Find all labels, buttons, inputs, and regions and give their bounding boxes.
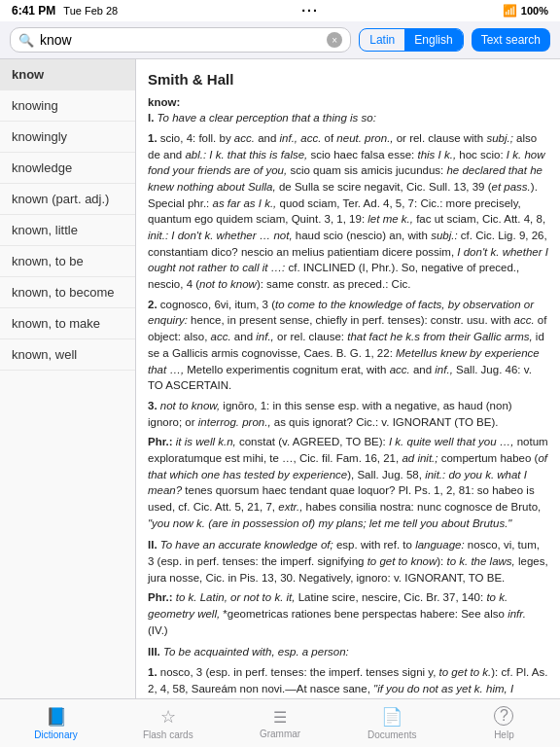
dict-entry-word: know: (148, 96, 180, 108)
tab-bar: 📘 Dictionary ☆ Flash cards ☰ Grammar 📄 D… (0, 698, 560, 747)
search-icon: 🔍 (18, 33, 34, 48)
sidebar-item-know[interactable]: know (0, 59, 135, 90)
tab-dictionary-label: Dictionary (34, 729, 77, 740)
dict-source: Smith & Hall (148, 69, 548, 90)
tab-grammar-label: Grammar (260, 729, 300, 739)
tab-dictionary[interactable]: 📘 Dictionary (0, 699, 112, 747)
tab-help[interactable]: ? Help (448, 699, 560, 747)
search-input[interactable] (40, 32, 321, 48)
section-I-num: I. (148, 112, 154, 124)
dict-entry: know: I. To have a clear perception that… (148, 94, 548, 698)
tab-flashcards[interactable]: ☆ Flash cards (112, 699, 224, 747)
sidebar-item-known-little[interactable]: known, little (0, 215, 135, 246)
tab-flashcards-label: Flash cards (143, 729, 193, 740)
search-clear-button[interactable]: × (327, 32, 342, 48)
tab-grammar[interactable]: ☰ Grammar (224, 699, 335, 747)
clear-icon: × (332, 35, 337, 46)
sidebar-item-known-well[interactable]: known, well (0, 339, 135, 371)
status-center: ··· (301, 3, 319, 18)
language-toggle: Latin English (359, 28, 463, 52)
sidebar-item-known-part-adj[interactable]: known (part. adj.) (0, 184, 135, 215)
search-input-wrapper[interactable]: 🔍 × (10, 27, 351, 53)
dictionary-content[interactable]: Smith & Hall know: I. To have a clear pe… (136, 59, 560, 698)
sidebar-item-knowing[interactable]: knowing (0, 90, 135, 122)
status-day: Tue Feb 28 (63, 5, 118, 17)
documents-icon: 📄 (381, 706, 402, 728)
sidebar-item-known-to-make[interactable]: known, to make (0, 308, 135, 339)
grammar-icon: ☰ (273, 708, 287, 727)
wifi-icon: 📶 (503, 4, 517, 18)
main-content: know knowing knowingly knowledge known (… (0, 59, 560, 698)
english-button[interactable]: English (404, 29, 462, 51)
sidebar-item-knowledge[interactable]: knowledge (0, 153, 135, 184)
sidebar: know knowing knowingly knowledge known (… (0, 59, 136, 698)
latin-button[interactable]: Latin (360, 29, 404, 51)
status-bar: 6:41 PM Tue Feb 28 ··· 📶 100% (0, 0, 560, 21)
tab-documents[interactable]: 📄 Documents (336, 699, 448, 747)
flashcards-icon: ☆ (160, 706, 176, 728)
search-bar: 🔍 × Latin English Text search (0, 21, 560, 59)
text-search-button[interactable]: Text search (472, 28, 550, 52)
battery-level: 100% (521, 5, 548, 17)
tab-documents-label: Documents (368, 729, 417, 740)
section-I-intro: To have a clear perception that a thing … (158, 112, 376, 124)
sidebar-item-knowingly[interactable]: knowingly (0, 122, 135, 153)
dictionary-icon: 📘 (46, 706, 67, 728)
status-right: 📶 100% (503, 4, 548, 18)
sidebar-item-known-to-become[interactable]: known, to become (0, 277, 135, 308)
sidebar-item-known-to-be[interactable]: known, to be (0, 246, 135, 277)
tab-help-label: Help (494, 729, 514, 740)
status-time: 6:41 PM (12, 4, 55, 18)
help-icon: ? (494, 706, 513, 726)
